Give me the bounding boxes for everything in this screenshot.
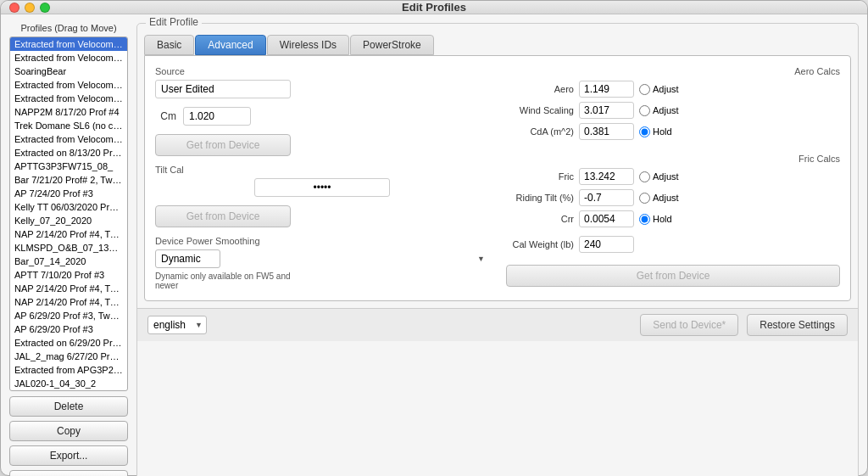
- cm-row: Cm: [155, 107, 489, 126]
- fric-input-2[interactable]: [579, 210, 634, 227]
- bottom-bar: english french german spanish ▼ Send to …: [137, 308, 858, 341]
- aero-radio-hold-2[interactable]: Hold: [639, 126, 672, 137]
- list-item[interactable]: AP 7/24/20 Prof #3: [10, 187, 127, 200]
- list-item[interactable]: Extracted on 6/29/20 Prof #3: [10, 336, 127, 350]
- fric-label-0: Fric: [506, 171, 574, 182]
- fric-row-0: Fric Adjust: [506, 168, 840, 185]
- device-power-arrow: ▼: [477, 255, 485, 263]
- cm-label: Cm: [155, 110, 176, 122]
- tilt-cal-group: Tilt Cal: [155, 165, 489, 197]
- edit-profile-legend: Edit Profile: [146, 16, 202, 28]
- tab-powerstroke[interactable]: PowerStroke: [350, 35, 434, 55]
- fric-radio-hold-2[interactable]: Hold: [639, 214, 672, 225]
- list-item[interactable]: SoaringBear: [10, 64, 127, 78]
- fric-radio-adjust-1[interactable]: Adjust: [639, 193, 679, 204]
- delete-button[interactable]: Delete: [9, 396, 128, 417]
- aero-label-1: Wind Scaling: [506, 105, 574, 115]
- aero-radio-adjust-1[interactable]: Adjust: [639, 105, 679, 116]
- minimize-button[interactable]: [25, 3, 35, 13]
- source-field[interactable]: [155, 80, 291, 98]
- main-window: Edit Profiles Profiles (Drag to Move) Ex…: [0, 0, 868, 476]
- title-bar: Edit Profiles: [1, 1, 867, 14]
- right-panel: Edit Profile Basic Advanced Wireless IDs…: [136, 23, 859, 476]
- list-item[interactable]: Kelly_07_20_2020: [10, 214, 127, 227]
- list-item[interactable]: AP 6/29/20 Prof #3, Tweaked 6/29/20: [10, 309, 127, 322]
- tab-basic[interactable]: Basic: [144, 35, 194, 55]
- fric-input-1[interactable]: [579, 189, 634, 206]
- get-from-device-3[interactable]: Get from Device: [506, 265, 840, 287]
- tab-content: Source Cm Get from Device Tilt Cal Get: [144, 55, 851, 301]
- close-button[interactable]: [9, 3, 19, 13]
- profiles-label: Profiles (Drag to Move): [9, 23, 128, 33]
- list-item[interactable]: Extracted from Velocomp_08_13_202: [10, 92, 127, 105]
- cm-input[interactable]: [183, 107, 251, 126]
- device-power-note: Dynamic only available on FW5 and newer: [155, 272, 291, 290]
- fric-label-2: Crr: [506, 214, 574, 224]
- aero-row-0: Aero Adjust: [506, 81, 840, 98]
- tab-left: Source Cm Get from Device Tilt Cal Get: [155, 66, 489, 290]
- fric-radio-adjust-0[interactable]: Adjust: [639, 171, 679, 182]
- fric-label-1: Riding Tilt (%): [506, 193, 574, 203]
- aero-radio-adjust-0[interactable]: Adjust: [639, 84, 679, 95]
- source-label: Source: [155, 66, 489, 76]
- aero-label-0: Aero: [506, 84, 574, 94]
- list-item[interactable]: Extracted from Velocomp_07_19_2: [10, 37, 127, 51]
- cal-weight-input[interactable]: [579, 236, 634, 253]
- language-select[interactable]: english french german spanish: [147, 316, 207, 334]
- tilt-cal-label: Tilt Cal: [155, 165, 184, 175]
- aero-input-2[interactable]: [579, 123, 634, 140]
- tab-wireless-ids[interactable]: Wireless IDs: [267, 35, 349, 55]
- profile-list[interactable]: Extracted from Velocomp_07_19_2Extracted…: [9, 36, 128, 391]
- tabs-row: Basic Advanced Wireless IDs PowerStroke: [137, 28, 858, 55]
- device-power-select-wrapper: Dynamic Standard ▼: [155, 249, 489, 268]
- list-item[interactable]: JAL_2_mag 6/27/20 Prof #2: [10, 350, 127, 363]
- list-item[interactable]: APTTG3P3FW715_08_: [10, 160, 127, 173]
- list-item[interactable]: NAP 2/14/20 Prof #4, Tweaked 6/8/2: [10, 295, 127, 309]
- list-item[interactable]: KLMSPD_O&B_07_13_2020_0852_8_: [10, 241, 127, 255]
- aero-label-2: CdA (m^2): [506, 126, 574, 137]
- aero-row-1: Wind Scaling Adjust: [506, 102, 840, 119]
- aero-header: Aero Calcs: [794, 66, 840, 76]
- list-item[interactable]: Extracted from APG3P2FW714_06_2: [10, 363, 127, 377]
- device-power-select[interactable]: Dynamic Standard: [155, 249, 220, 268]
- aero-input-0[interactable]: [579, 81, 634, 98]
- maximize-button[interactable]: [40, 3, 50, 13]
- list-item[interactable]: Extracted from Velocomp_08_13_202: [10, 78, 127, 92]
- list-item[interactable]: APTT 7/10/20 Prof #3: [10, 268, 127, 282]
- fric-row-1: Riding Tilt (%) Adjust: [506, 189, 840, 206]
- list-item[interactable]: Trek Domane SL6 (no cadence) 8/: [10, 119, 127, 132]
- fric-section: Fric Calcs Fric Adjust Riding Tilt (%): [506, 148, 840, 229]
- get-from-device-1[interactable]: Get from Device: [155, 134, 291, 156]
- list-item[interactable]: NAP 2/14/20 Prof #4, Tweaked 6/8/2: [10, 282, 127, 295]
- list-item[interactable]: AP 6/29/20 Prof #3: [10, 322, 127, 336]
- list-item[interactable]: NAPP2M 8/17/20 Prof #4: [10, 105, 127, 119]
- restore-settings-button[interactable]: Restore Settings: [747, 314, 848, 336]
- device-power-label: Device Power Smoothing: [155, 236, 489, 246]
- edit-profile-group: Edit Profile Basic Advanced Wireless IDs…: [136, 23, 859, 476]
- copy-button[interactable]: Copy: [9, 421, 128, 441]
- tab-advanced[interactable]: Advanced: [195, 35, 265, 55]
- list-item[interactable]: Bar 7/21/20 Prof# 2, Tweaked 7/24/2: [10, 173, 127, 187]
- device-power-group: Device Power Smoothing Dynamic Standard …: [155, 236, 489, 290]
- window-title: Edit Profiles: [402, 1, 466, 14]
- main-content: Profiles (Drag to Move) Extracted from V…: [1, 14, 867, 476]
- source-group: Source: [155, 66, 489, 98]
- list-item[interactable]: Extracted from Velocomp_08_23_202: [10, 51, 127, 64]
- cal-weight-row: Cal Weight (lb): [506, 236, 840, 253]
- import-button[interactable]: Import...: [9, 470, 128, 476]
- list-item[interactable]: Extracted on 8/13/20 Prof #4: [10, 146, 127, 160]
- cal-weight-label: Cal Weight (lb): [506, 239, 574, 249]
- export-button[interactable]: Export...: [9, 445, 128, 466]
- tilt-cal-input[interactable]: [254, 178, 390, 197]
- window-controls: [9, 3, 50, 13]
- get-from-device-2[interactable]: Get from Device: [155, 205, 291, 227]
- list-item[interactable]: Bar_07_14_2020: [10, 255, 127, 268]
- list-item[interactable]: Extracted from Velocomp_08_13_202: [10, 132, 127, 146]
- list-item[interactable]: NAP 2/14/20 Prof #4, Tweaked 6/8/2: [10, 227, 127, 241]
- send-to-device-button[interactable]: Send to Device*: [640, 314, 738, 336]
- list-item[interactable]: JAL020-1_04_30_2: [10, 377, 127, 390]
- fric-input-0[interactable]: [579, 168, 634, 185]
- language-select-wrapper: english french german spanish ▼: [147, 316, 207, 334]
- list-item[interactable]: Kelly TT 06/03/2020 Prof# 4: [10, 200, 127, 214]
- aero-input-1[interactable]: [579, 102, 634, 119]
